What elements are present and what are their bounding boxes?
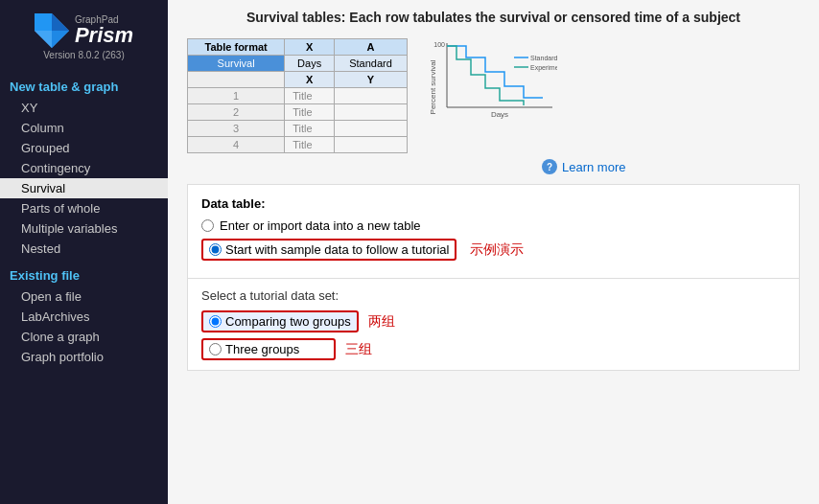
- main-content: Survival tables: Each row tabulates the …: [168, 0, 819, 504]
- tutorial-option2-row: Three groups 三组: [201, 338, 785, 360]
- sidebar-item-grouped[interactable]: Grouped: [0, 138, 168, 158]
- option1-label[interactable]: Enter or import data into a new table: [220, 218, 421, 233]
- survival-header: Survival: [188, 56, 285, 72]
- table-row: 2 Title: [188, 104, 408, 121]
- logo-graphic: GraphPad Prism: [35, 13, 133, 48]
- learn-more-link[interactable]: Learn more: [562, 160, 625, 174]
- empty-sub: [188, 72, 285, 88]
- sidebar-item-labarchives[interactable]: LabArchives: [0, 307, 168, 327]
- logo-icon: [35, 13, 69, 48]
- chart-preview: Percent survival Days 100 Standard Exper…: [428, 38, 557, 125]
- version-text: Version 8.0.2 (263): [43, 50, 125, 60]
- logo-area: GraphPad Prism Version 8.0.2 (263): [0, 0, 168, 70]
- x-header: X: [285, 39, 335, 56]
- tutorial-radio-group: Comparing two groups 两组 Three groups 三组: [201, 310, 785, 360]
- table-row: 3 Title: [188, 121, 408, 137]
- svg-text:Days: Days: [491, 110, 508, 119]
- learn-more-icon: ?: [542, 159, 557, 174]
- tutorial-option2-annotation: 三组: [345, 341, 372, 358]
- sidebar-item-clone-graph[interactable]: Clone a graph: [0, 327, 168, 347]
- tutorial-label: Select a tutorial data set:: [201, 288, 785, 303]
- content-area: Survival tables: Each row tabulates the …: [168, 0, 819, 390]
- tutorial-section: Select a tutorial data set: Comparing tw…: [187, 279, 800, 371]
- radio-import[interactable]: [201, 219, 214, 232]
- tutorial-option1-annotation: 两组: [368, 313, 395, 331]
- x-sub: X: [285, 72, 335, 88]
- days-header: Days: [285, 56, 335, 72]
- option2-row: Start with sample data to follow a tutor…: [201, 239, 785, 261]
- page-title: Survival tables: Each row tabulates the …: [187, 10, 800, 25]
- sidebar-item-contingency[interactable]: Contingency: [0, 158, 168, 178]
- svg-marker-1: [35, 13, 52, 31]
- option2-label[interactable]: Start with sample data to follow a tutor…: [225, 242, 449, 257]
- existing-file-section-title[interactable]: Existing file: [0, 259, 168, 286]
- table-format-header: Table format: [188, 39, 285, 56]
- sidebar-item-column[interactable]: Column: [0, 118, 168, 138]
- standard-header: Standard: [335, 56, 408, 72]
- svg-marker-4: [52, 31, 69, 48]
- tutorial-option1-label[interactable]: Comparing two groups: [225, 314, 351, 329]
- option1-row: Enter or import data into a new table: [201, 218, 785, 233]
- a-header: A: [335, 39, 408, 56]
- sidebar-item-open-file[interactable]: Open a file: [0, 286, 168, 307]
- tutorial-option1-box: Comparing two groups: [201, 310, 359, 332]
- tutorial-option1-row: Comparing two groups 两组: [201, 310, 785, 332]
- y-sub: Y: [335, 72, 408, 88]
- sidebar-item-parts-whole[interactable]: Parts of whole: [0, 198, 168, 218]
- logo-prism: Prism: [75, 25, 133, 46]
- svg-text:100: 100: [433, 41, 445, 48]
- svg-text:Experimental: Experimental: [530, 64, 557, 72]
- radio-sample[interactable]: [209, 243, 222, 256]
- svg-text:Percent survival: Percent survival: [429, 59, 437, 114]
- radio-three-groups[interactable]: [209, 343, 222, 355]
- sidebar-item-graph-portfolio[interactable]: Graph portfolio: [0, 347, 168, 367]
- sidebar-item-survival[interactable]: Survival: [0, 178, 168, 198]
- tutorial-option2-box: Three groups: [201, 338, 336, 360]
- sidebar-item-multiple-variables[interactable]: Multiple variables: [0, 218, 168, 239]
- svg-marker-2: [52, 13, 69, 31]
- survival-chart: Percent survival Days 100 Standard Exper…: [428, 38, 557, 125]
- data-table-label: Data table:: [201, 196, 785, 211]
- table-preview: Table format X A Survival Days Standard …: [187, 38, 408, 153]
- sidebar: GraphPad Prism Version 8.0.2 (263) New t…: [0, 0, 168, 504]
- radio-two-groups[interactable]: [209, 315, 222, 328]
- top-section: Table format X A Survival Days Standard …: [187, 38, 800, 153]
- data-table-section: Data table: Enter or import data into a …: [187, 184, 800, 279]
- option2-highlighted: Start with sample data to follow a tutor…: [201, 239, 456, 261]
- table-row: 4 Title: [188, 137, 408, 153]
- svg-text:Standard: Standard: [530, 55, 557, 61]
- option2-annotation: 示例演示: [470, 241, 524, 259]
- svg-marker-3: [35, 31, 52, 48]
- table-row: 1 Title: [188, 88, 408, 104]
- tutorial-option2-label[interactable]: Three groups: [225, 342, 299, 356]
- sidebar-item-nested[interactable]: Nested: [0, 239, 168, 259]
- logo-text: GraphPad Prism: [75, 15, 133, 46]
- new-table-section-title[interactable]: New table & graph: [0, 70, 168, 98]
- sidebar-item-xy[interactable]: XY: [0, 98, 168, 118]
